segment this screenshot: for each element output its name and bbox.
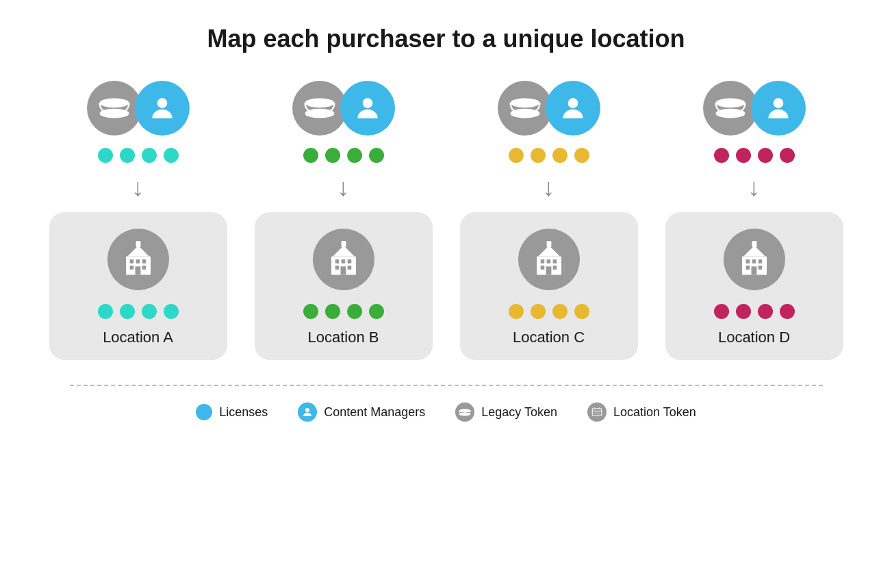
loc-dot-1 — [531, 304, 546, 319]
legacy-token-label: Legacy Token — [481, 405, 557, 420]
content-managers-icon — [298, 402, 317, 422]
column-a: ↓ Location A — [46, 81, 231, 360]
loc-dot-2 — [758, 304, 773, 319]
loc-dot-3 — [574, 304, 589, 319]
arrow-down: ↓ — [543, 175, 555, 200]
arrow-down: ↓ — [337, 175, 350, 200]
column-c: ↓ Location C — [457, 81, 641, 360]
top-dot-0 — [714, 148, 729, 163]
top-dot-0 — [98, 148, 113, 163]
svg-marker-17 — [333, 246, 355, 257]
top-dot-3 — [574, 148, 589, 163]
svg-point-41 — [773, 98, 783, 108]
svg-rect-33 — [540, 259, 544, 264]
token-icon — [703, 81, 758, 136]
location-box-c: Location C — [460, 212, 638, 360]
svg-rect-11 — [142, 266, 146, 270]
loc-dot-3 — [780, 304, 795, 319]
legend-item-content-managers: Content Managers — [298, 402, 425, 422]
location-box-b: Location B — [255, 212, 433, 360]
svg-point-40 — [715, 109, 745, 118]
person-icon — [135, 81, 190, 136]
top-dot-0 — [303, 148, 318, 163]
top-icons-a — [87, 81, 190, 136]
divider — [70, 385, 823, 386]
top-dot-3 — [780, 148, 795, 163]
loc-dot-2 — [552, 304, 568, 319]
arrow-down: ↓ — [132, 175, 144, 200]
loc-dot-0 — [303, 304, 318, 319]
svg-marker-43 — [743, 246, 765, 257]
location-label-a: Location A — [103, 329, 173, 346]
svg-rect-25 — [340, 266, 346, 274]
svg-rect-22 — [347, 259, 351, 264]
top-dot-0 — [509, 148, 524, 163]
svg-rect-36 — [540, 266, 544, 270]
svg-point-26 — [510, 98, 539, 107]
svg-point-53 — [459, 409, 471, 412]
svg-rect-24 — [347, 266, 351, 270]
top-dots-b — [303, 148, 384, 163]
top-dot-2 — [347, 148, 362, 163]
top-icons-b — [292, 81, 395, 136]
svg-point-15 — [362, 98, 372, 108]
location-box-d: Location D — [665, 212, 843, 360]
legend-item-legacy-token: Legacy Token — [455, 402, 557, 422]
location-dots-b — [303, 304, 384, 319]
person-icon — [546, 81, 600, 136]
location-label-b: Location B — [308, 329, 379, 346]
loc-dot-3 — [369, 304, 384, 319]
loc-dot-0 — [98, 304, 113, 319]
svg-rect-48 — [758, 259, 762, 264]
svg-point-39 — [715, 98, 745, 107]
legend-item-location-token: Location Token — [587, 402, 696, 422]
building-icon — [107, 229, 169, 290]
top-dot-2 — [552, 148, 568, 163]
person-icon — [751, 81, 806, 136]
legend-item-licenses: Licenses — [196, 404, 268, 420]
svg-rect-9 — [142, 259, 146, 264]
top-icons-c — [498, 81, 600, 136]
columns-container: ↓ Location A ↓ — [46, 81, 847, 360]
person-icon — [340, 81, 395, 136]
top-dots-a — [98, 148, 179, 163]
licenses-label: Licenses — [219, 405, 268, 420]
column-b: ↓ Location B — [251, 81, 436, 360]
top-dot-2 — [758, 148, 773, 163]
svg-point-2 — [157, 98, 167, 108]
token-icon — [292, 81, 347, 136]
token-icon — [87, 81, 142, 136]
location-label-d: Location D — [718, 329, 790, 346]
content-managers-label: Content Managers — [324, 405, 425, 420]
top-dot-1 — [325, 148, 340, 163]
top-dot-3 — [164, 148, 179, 163]
svg-point-13 — [305, 98, 334, 107]
loc-dot-2 — [142, 304, 157, 319]
svg-rect-12 — [135, 266, 140, 274]
location-token-icon — [587, 402, 607, 422]
top-dot-1 — [531, 148, 546, 163]
svg-rect-23 — [335, 266, 339, 270]
arrow-down: ↓ — [748, 175, 761, 200]
svg-marker-4 — [127, 246, 149, 257]
top-dot-2 — [142, 148, 157, 163]
svg-point-14 — [305, 109, 334, 118]
svg-rect-21 — [341, 259, 345, 264]
loc-dot-1 — [325, 304, 340, 319]
svg-rect-55 — [592, 409, 602, 416]
svg-point-1 — [99, 109, 129, 118]
svg-rect-35 — [552, 259, 557, 264]
svg-rect-50 — [758, 266, 762, 270]
building-icon — [313, 229, 374, 290]
svg-rect-37 — [552, 266, 557, 270]
licenses-dot — [196, 404, 212, 420]
top-dots-c — [509, 148, 589, 163]
svg-rect-10 — [129, 266, 133, 270]
token-icon — [498, 81, 552, 136]
top-icons-d — [703, 81, 806, 136]
top-dots-d — [714, 148, 795, 163]
svg-point-54 — [459, 412, 471, 416]
loc-dot-1 — [120, 304, 135, 319]
loc-dot-3 — [164, 304, 179, 319]
top-dot-1 — [736, 148, 751, 163]
